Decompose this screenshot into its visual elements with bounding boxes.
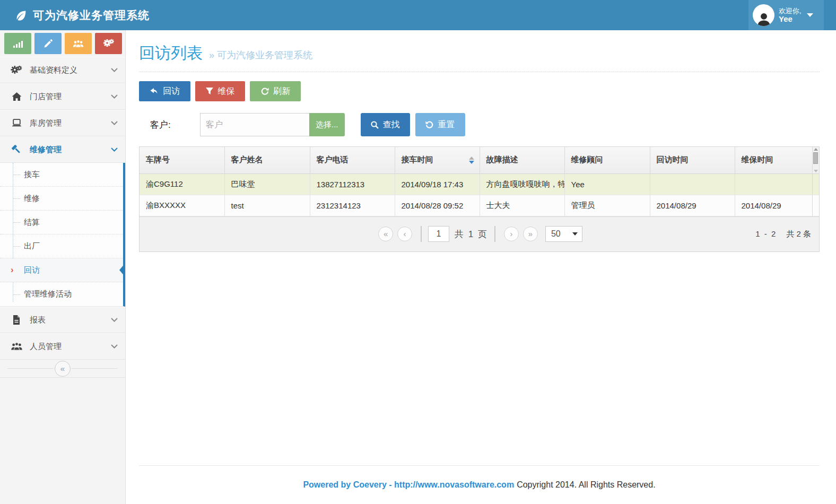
table-row[interactable]: 渝BXXXXXtest23123141232014/08/28 09:52士大夫… — [140, 195, 819, 216]
brand: 可为汽修业务管理系统 — [0, 0, 150, 30]
refresh-icon — [260, 88, 269, 95]
sidebar-subitem-receive-car[interactable]: 接车 — [0, 163, 123, 187]
sort-icon[interactable] — [469, 157, 474, 164]
chevron-down-icon — [111, 318, 118, 322]
refresh-button[interactable]: 刷新 — [250, 81, 301, 101]
col-receive-time[interactable]: 接车时间 — [395, 147, 480, 173]
prev-page-button[interactable]: ‹ — [397, 227, 412, 241]
chevron-down-icon — [111, 94, 118, 99]
chevron-down-icon — [111, 68, 118, 72]
chart-bars-icon — [13, 40, 23, 48]
sidebar-item-repair-management[interactable]: 维修管理 — [0, 136, 125, 163]
app-header: 可为汽修业务管理系统 欢迎你,Yee — [0, 0, 836, 30]
reset-button[interactable]: 重置 — [415, 113, 465, 136]
sidebar: 基础资料定义 门店管理 库房管理 维修管理 接车 维修 — [0, 30, 126, 504]
laptop-icon — [10, 119, 23, 127]
maintenance-button[interactable]: 维保 — [195, 81, 245, 101]
gears-icon — [10, 65, 23, 75]
settings-button[interactable] — [95, 33, 122, 54]
chevron-down-icon — [807, 13, 813, 17]
page-footer: Powered by Coevery - http://www.novasoft… — [139, 465, 820, 504]
user-menu[interactable]: 欢迎你,Yee — [748, 0, 824, 30]
sidebar-item-store-management[interactable]: 门店管理 — [0, 83, 125, 110]
sidebar-item-personnel-management[interactable]: 人员管理 — [0, 333, 125, 360]
active-flag-marker — [119, 263, 125, 277]
col-customer-name[interactable]: 客户姓名 — [224, 147, 310, 173]
collapse-icon: « — [55, 361, 71, 377]
return-visit-button[interactable]: 回访 — [139, 81, 190, 101]
sidebar-subitem-return-visit[interactable]: › 回访 — [0, 258, 123, 282]
page-size-select[interactable]: 50 — [545, 226, 582, 242]
first-page-button[interactable]: « — [378, 227, 393, 241]
table-row[interactable]: 渝C9G112巴味堂138271123132014/09/18 17:43方向盘… — [140, 173, 819, 195]
page-number-input[interactable] — [428, 226, 449, 242]
sidebar-subitem-settlement[interactable]: 结算 — [0, 211, 123, 234]
reply-arrow-icon — [150, 88, 159, 95]
chevron-down-icon — [111, 147, 118, 152]
chevron-down-icon — [111, 344, 118, 349]
users-button[interactable] — [65, 33, 92, 54]
powered-by-link[interactable]: Powered by Coevery - http://www.novasoft… — [303, 480, 514, 490]
undo-icon — [425, 121, 434, 129]
users-icon — [10, 342, 23, 351]
select-customer-button[interactable]: 选择... — [309, 113, 345, 136]
filter-funnel-icon — [206, 88, 213, 95]
pencil-button[interactable] — [34, 33, 62, 54]
filter-bar: 客户: 选择... 查找 重置 — [139, 113, 820, 136]
file-icon — [10, 315, 23, 325]
search-button[interactable]: 查找 — [361, 113, 410, 136]
home-icon — [10, 92, 23, 101]
sidebar-subitem-repair[interactable]: 维修 — [0, 187, 123, 211]
active-arrow-icon: › — [11, 265, 14, 275]
leaf-logo-icon — [15, 9, 28, 22]
col-fault-description[interactable]: 故障描述 — [480, 147, 564, 173]
sidebar-collapse-button[interactable]: « — [0, 360, 125, 378]
gavel-icon — [10, 144, 23, 155]
page-title: 回访列表 — [139, 42, 203, 64]
sidebar-item-base-data[interactable]: 基础资料定义 — [0, 57, 125, 83]
repair-submenu: 接车 维修 结算 出厂 › 回访 管理维修活动 — [0, 163, 125, 307]
chart-bars-button[interactable] — [4, 33, 31, 54]
customer-input[interactable] — [200, 113, 309, 136]
separator — [139, 72, 820, 72]
sidebar-item-reports[interactable]: 报表 — [0, 307, 125, 333]
col-service-advisor[interactable]: 维修顾问 — [564, 147, 650, 173]
col-customer-phone[interactable]: 客户电话 — [310, 147, 395, 173]
col-return-visit-time[interactable]: 回访时间 — [650, 147, 735, 173]
breadcrumb: » 可为汽修业务管理系统 — [209, 49, 312, 62]
search-icon — [371, 121, 379, 129]
action-bar: 回访 维保 刷新 — [139, 81, 820, 101]
record-range-label: 1 - 2共 2 条 — [755, 229, 811, 239]
gears-icon — [103, 39, 114, 48]
chevron-down-icon — [572, 232, 578, 236]
welcome-text: 欢迎你,Yee — [779, 7, 802, 23]
users-icon — [73, 40, 84, 48]
chevron-down-icon — [111, 121, 118, 125]
next-page-button[interactable]: › — [504, 227, 519, 241]
table-header-row: 车牌号 客户姓名 客户电话 接车时间 故障描述 维修顾问 回访时间 维保时间 — [140, 147, 819, 173]
sidebar-subitem-leave-factory[interactable]: 出厂 — [0, 234, 123, 258]
pagination-bar: « ‹ 共 1 页 › » 50 1 - 2共 2 条 — [140, 216, 819, 251]
last-page-button[interactable]: » — [523, 227, 538, 241]
copyright-text: Copyright 2014. All Rights Reserved. — [517, 480, 655, 490]
sidebar-subitem-manage-repair-activity[interactable]: 管理维修活动 — [0, 282, 123, 306]
customer-label: 客户: — [139, 119, 200, 131]
pencil-icon — [43, 39, 53, 48]
col-maintenance-time[interactable]: 维保时间 — [735, 147, 812, 173]
app-title: 可为汽修业务管理系统 — [33, 8, 150, 23]
col-plate-number[interactable]: 车牌号 — [140, 147, 224, 173]
avatar — [753, 4, 774, 26]
return-visit-table: 车牌号 客户姓名 客户电话 接车时间 故障描述 维修顾问 回访时间 维保时间 — [139, 146, 820, 252]
sidebar-item-warehouse-management[interactable]: 库房管理 — [0, 110, 125, 136]
grid-scrollbar[interactable] — [812, 147, 819, 173]
main-content: 回访列表 » 可为汽修业务管理系统 回访 维保 刷新 客户: 选择... — [126, 30, 836, 504]
quick-toolbar — [0, 30, 125, 57]
total-pages-label: 共 1 页 — [455, 228, 488, 240]
